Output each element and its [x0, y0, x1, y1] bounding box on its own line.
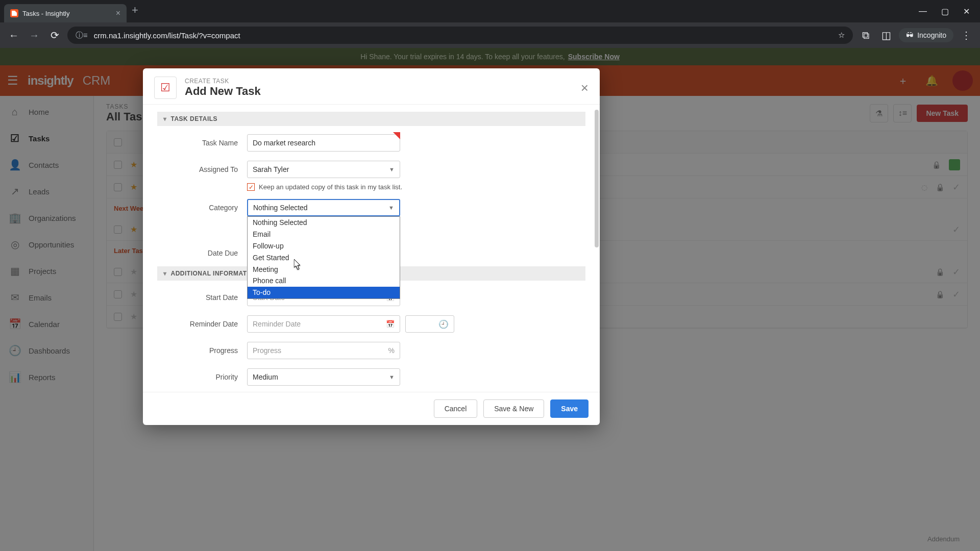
kebab-menu-icon[interactable]: ⋮ [959, 29, 974, 41]
category-option[interactable]: Meeting [248, 264, 400, 276]
label-date-due: Date Due [157, 249, 247, 257]
reminder-date-input[interactable]: Reminder Date📅 [247, 315, 400, 333]
browser-tab[interactable]: Tasks - Insightly × [4, 4, 127, 22]
assigned-to-select[interactable]: Sarah Tyler▼ [247, 161, 400, 178]
keep-copy-checkbox[interactable]: ✓ [247, 183, 255, 191]
field-task-name: Task Name [157, 134, 585, 152]
label-progress: Progress [157, 346, 247, 355]
close-window-icon[interactable]: ✕ [963, 7, 970, 16]
save-button[interactable]: Save [550, 399, 589, 418]
field-category: Category Nothing Selected▼ Nothing Selec… [157, 199, 585, 216]
placeholder-text: Progress [253, 346, 281, 355]
label-priority: Priority [157, 373, 247, 381]
new-tab-button[interactable]: + [132, 4, 138, 19]
category-option[interactable]: Follow-up [248, 240, 400, 252]
section-task-details[interactable]: ▾TASK DETAILS [157, 112, 585, 126]
select-value: Medium [253, 373, 278, 381]
modal-scrollbar[interactable] [595, 110, 599, 247]
maximize-icon[interactable]: ▢ [941, 7, 949, 16]
percent-icon: % [388, 346, 395, 355]
tab-close-icon[interactable]: × [116, 9, 120, 18]
close-icon[interactable]: × [581, 80, 589, 96]
browser-titlebar: Tasks - Insightly × + — ▢ ✕ [0, 0, 980, 22]
required-flag-icon [393, 132, 400, 139]
priority-select[interactable]: Medium▼ [247, 368, 400, 386]
category-option-highlighted[interactable]: To-do [248, 287, 400, 298]
category-option[interactable]: Email [248, 229, 400, 240]
clock-icon: 🕘 [438, 319, 449, 329]
cancel-button[interactable]: Cancel [434, 399, 478, 418]
keep-copy-row[interactable]: ✓ Keep an updated copy of this task in m… [247, 183, 585, 191]
chevron-down-icon: ▼ [388, 205, 394, 211]
app-viewport: Hi Shane. Your trial expires in 14 days.… [0, 48, 980, 551]
keep-copy-label: Keep an updated copy of this task in my … [259, 183, 402, 191]
task-modal-icon: ☑ [154, 77, 177, 99]
extensions-icon[interactable]: ⧉ [858, 30, 873, 41]
field-assigned-to: Assigned To Sarah Tyler▼ [157, 161, 585, 178]
label-task-name: Task Name [157, 139, 247, 147]
reload-icon[interactable]: ⟳ [47, 29, 62, 41]
select-value: Sarah Tyler [253, 165, 289, 173]
incognito-badge[interactable]: 🕶 Incognito [899, 28, 953, 42]
label-start-date: Start Date [157, 293, 247, 302]
category-option[interactable]: Phone call [248, 275, 400, 287]
category-option[interactable]: Get Started [248, 252, 400, 264]
bookmark-star-icon[interactable]: ☆ [838, 31, 845, 40]
placeholder-text: Reminder Date [253, 320, 301, 328]
modal-header: ☑ CREATE TASK Add New Task × [143, 68, 600, 105]
modal-body: ▾TASK DETAILS Task Name Assigned To Sara… [143, 105, 600, 392]
reminder-time-input[interactable]: 🕘 [405, 315, 454, 333]
field-reminder-date: Reminder Date Reminder Date📅 🕘 [157, 315, 585, 333]
modal-footer: Cancel Save & New Save [143, 392, 600, 425]
favicon-icon [10, 9, 18, 17]
forward-icon: → [27, 30, 42, 41]
section-label: ADDITIONAL INFORMATION [171, 270, 259, 277]
chevron-down-icon: ▾ [163, 270, 167, 277]
incognito-label: Incognito [917, 31, 946, 39]
progress-input[interactable]: Progress% [247, 342, 400, 359]
calendar-icon[interactable]: 📅 [386, 320, 395, 328]
category-select[interactable]: Nothing Selected▼ [247, 199, 400, 216]
tab-title: Tasks - Insightly [22, 10, 69, 17]
window-controls: — ▢ ✕ [919, 0, 980, 22]
chevron-down-icon: ▾ [163, 115, 167, 122]
address-bar[interactable]: ⓘ≡ crm.na1.insightly.com/list/Task/?v=co… [67, 27, 853, 44]
chevron-down-icon: ▼ [389, 166, 395, 172]
modal-title: Add New Task [185, 85, 261, 98]
select-value: Nothing Selected [253, 204, 308, 212]
category-option[interactable]: Nothing Selected [248, 217, 400, 229]
label-category: Category [157, 204, 247, 212]
task-name-input[interactable] [247, 134, 400, 152]
back-icon[interactable]: ← [6, 30, 21, 41]
modal-supertitle: CREATE TASK [185, 78, 261, 85]
browser-toolbar: ← → ⟳ ⓘ≡ crm.na1.insightly.com/list/Task… [0, 22, 980, 48]
minimize-icon[interactable]: — [919, 7, 927, 16]
label-assigned-to: Assigned To [157, 165, 247, 173]
site-info-icon[interactable]: ⓘ≡ [76, 31, 88, 40]
add-task-modal: ☑ CREATE TASK Add New Task × ▾TASK DETAI… [143, 68, 600, 425]
save-new-button[interactable]: Save & New [483, 399, 544, 418]
sidepanel-icon[interactable]: ◫ [878, 29, 894, 41]
section-label: TASK DETAILS [171, 115, 218, 122]
label-reminder-date: Reminder Date [157, 320, 247, 328]
field-progress: Progress Progress% [157, 342, 585, 359]
field-priority: Priority Medium▼ [157, 368, 585, 386]
url-text: crm.na1.insightly.com/list/Task/?v=compa… [94, 31, 240, 40]
incognito-icon: 🕶 [906, 31, 913, 39]
chevron-down-icon: ▼ [389, 374, 395, 380]
category-dropdown: Nothing Selected Email Follow-up Get Sta… [247, 216, 400, 299]
